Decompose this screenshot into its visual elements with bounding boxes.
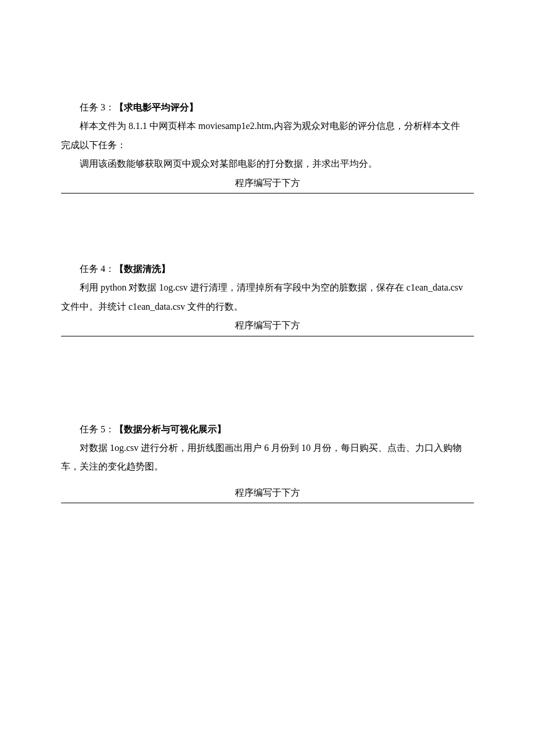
task-3-prefix: 任务 3： [80,102,115,112]
task-3-bracket: 【求电影平均评分】 [115,102,198,112]
task-5-desc-1-latin: 1og.csv [110,443,138,453]
task-5-desc-1a: 对数据 [80,443,110,453]
task-3-desc-1a: 样本文件为 8.1.1 中网页样本 [80,121,198,131]
task-4-desc-2: 文件中。并统计 c1ean_data.csv 文件的行数。 [61,298,474,316]
task-3-desc-2: 完成以下任务： [61,137,474,154]
task-5-prefix: 任务 5： [80,424,115,434]
task-5-bracket: 【数据分析与可视化展示】 [115,424,226,434]
task-5-block: 任务 5：【数据分析与可视化展示】 对数据 1og.csv 进行分析，用折线图画… [61,421,474,504]
task-5-desc-1: 对数据 1og.csv 进行分析，用折线图画出用户 6 月份到 10 月份，每日… [61,439,474,457]
task-4-desc-1: 利用 python 对数据 1og.csv 进行清理，清理掉所有字段中为空的脏数… [61,279,474,296]
task-5-desc-2: 车，关注的变化趋势图。 [61,458,474,475]
task-3-title: 任务 3：【求电影平均评分】 [61,99,474,116]
task-4-desc-1-latin3: c1ean_data.csv [406,282,463,292]
task-4-block: 任务 4：【数据清洗】 利用 python 对数据 1og.csv 进行清理，清… [61,260,474,336]
task-4-code-label: 程序编写于下方 [61,317,474,336]
task-3-desc-1-latin: moviesamp1e2.htm, [198,121,274,131]
task-4-desc-2b: 文件的行数。 [185,302,243,311]
task-3-block: 任务 3：【求电影平均评分】 样本文件为 8.1.1 中网页样本 moviesa… [61,99,474,194]
task-3-desc-1: 样本文件为 8.1.1 中网页样本 moviesamp1e2.htm,内容为观众… [61,117,474,135]
task-4-bracket: 【数据清洗】 [115,264,170,274]
task-5-code-label: 程序编写于下方 [61,484,474,503]
task-4-title: 任务 4：【数据清洗】 [61,260,474,278]
task-5-title: 任务 5：【数据分析与可视化展示】 [61,421,474,438]
task-4-desc-1c: 进行清理，清理掉所有字段中为空的脏数据，保存在 [188,282,406,292]
task-4-desc-1a: 利用 [80,282,101,292]
task-3-code-label: 程序编写于下方 [61,174,474,194]
task-4-desc-2-latin: c1ean_data.csv [129,302,185,311]
task-4-desc-1-latin2: 1og.csv [159,282,187,292]
task-3-desc-1b: 内容为观众对电影的评分信息，分析样本文件 [274,121,460,131]
task-5-desc-1b: 进行分析，用折线图画出用户 6 月份到 10 月份，每日购买、点击、力口入购物 [138,443,462,453]
task-4-desc-1b: 对数据 [126,282,159,292]
task-4-prefix: 任务 4： [80,264,115,274]
task-3-desc-3: 调用该函数能够获取网页中观众对某部电影的打分数据，并求出平均分。 [61,155,474,173]
task-4-desc-1-latin1: python [101,282,126,292]
task-4-desc-2a: 文件中。并统计 [61,302,129,311]
